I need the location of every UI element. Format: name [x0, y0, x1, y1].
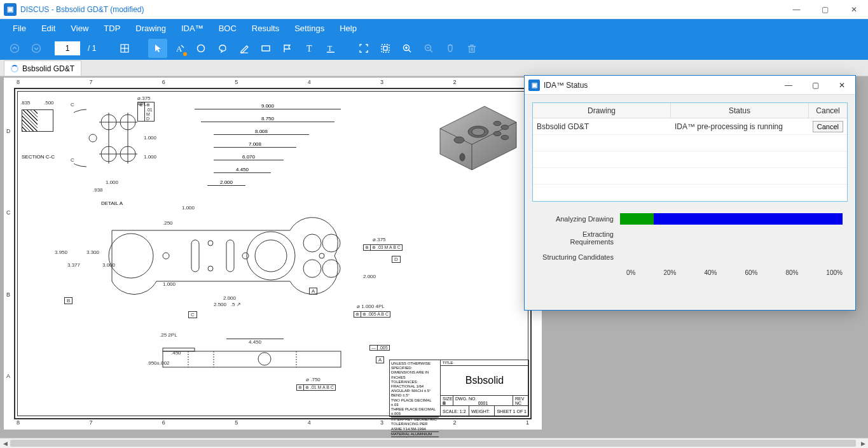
svg-point-57 [501, 136, 509, 140]
scrollbar-thumb[interactable] [10, 440, 856, 447]
svg-point-26 [89, 134, 97, 142]
menu-help[interactable]: Help [332, 19, 364, 37]
svg-rect-14 [383, 46, 387, 50]
ruler-top: 87654321 [17, 79, 529, 88]
grid-row-empty: . [533, 168, 847, 185]
svg-point-43 [208, 266, 213, 271]
page-total-label: / 1 [83, 44, 101, 53]
nav-down-button[interactable] [27, 39, 46, 58]
svg-point-54 [493, 122, 501, 126]
menu-file[interactable]: File [5, 19, 34, 37]
svg-point-32 [247, 232, 295, 280]
engineering-drawing: 87654321 87654321 DCBA .835 .500 SECTION… [4, 78, 542, 430]
dialog-titlebar[interactable]: ▣ IDA™ Status — ▢ ✕ [525, 76, 855, 95]
zoom-fit-button[interactable] [354, 39, 373, 58]
svg-point-56 [493, 132, 501, 136]
scroll-left-arrow-icon[interactable]: ◀ [0, 438, 10, 449]
svg-point-40 [163, 253, 169, 259]
front-view [67, 211, 373, 300]
circle-tool-button[interactable] [191, 39, 210, 58]
progress-axis: 0% 20% 40% 60% 80% 100% [626, 269, 843, 276]
menu-ida[interactable]: IDA™ [174, 19, 211, 37]
progress-label-analyzing: Analyzing Drawing [537, 215, 620, 223]
menu-results[interactable]: Results [244, 19, 287, 37]
zoom-region-button[interactable] [376, 39, 395, 58]
flag-tool-button[interactable] [278, 39, 297, 58]
menu-drawing[interactable]: Drawing [128, 19, 174, 37]
grid-header-drawing[interactable]: Drawing [533, 103, 671, 118]
loading-spinner-icon [11, 65, 18, 73]
detail-a-view: ⌀.375 4PL ⊕⊕ .01 M D C C 1.000 1.000 [74, 97, 150, 206]
window-close-button[interactable]: ✕ [839, 0, 868, 19]
svg-line-20 [431, 50, 433, 53]
svg-line-16 [409, 50, 411, 53]
grid-row-empty: . [533, 151, 847, 168]
top-dimension-stack: 9.000 8.750 8.008 7.008 6.070 4.450 2.00… [195, 103, 347, 192]
progress-area: Analyzing Drawing Extracting Requirement… [537, 209, 843, 276]
progress-bar-analyzing [620, 213, 843, 225]
text-tool-button[interactable]: T [300, 39, 319, 58]
annotation-indicator-icon [183, 52, 187, 56]
svg-rect-39 [226, 240, 234, 272]
progress-label-structuring: Structuring Candidates [537, 253, 620, 261]
progress-bar-extracting [620, 232, 843, 244]
window-minimize-button[interactable]: — [782, 0, 811, 19]
grid-tool-button[interactable] [115, 39, 134, 58]
pointer-tool-button[interactable] [148, 39, 167, 58]
text-highlight-tool-button[interactable]: T [321, 39, 340, 58]
svg-point-1 [32, 45, 41, 53]
svg-rect-9 [262, 46, 270, 51]
svg-point-33 [255, 240, 287, 272]
svg-point-34 [303, 234, 321, 252]
section-cc-view: .835 .500 SECTION C-C [22, 103, 55, 160]
svg-point-36 [303, 260, 321, 277]
delete-button[interactable] [462, 39, 481, 58]
svg-point-41 [242, 253, 249, 259]
svg-point-47 [258, 353, 271, 365]
ruler-bottom: 87654321 [17, 419, 529, 428]
grid-header-cancel[interactable]: Cancel [809, 103, 847, 118]
svg-point-35 [322, 234, 340, 252]
status-grid: Drawing Status Cancel Bsbsolid GD&T IDA™… [532, 102, 848, 202]
horizontal-scrollbar[interactable]: ◀ ▶ [0, 438, 868, 448]
document-tab[interactable]: Bsbsolid GD&T [4, 60, 81, 76]
svg-text:T: T [327, 44, 333, 53]
grid-header-row: Drawing Status Cancel [533, 103, 847, 118]
svg-point-0 [11, 45, 19, 53]
svg-point-58 [460, 153, 465, 161]
tab-label: Bsbsolid GD&T [22, 64, 74, 73]
text-annotation-tool-button[interactable]: A [170, 39, 189, 58]
pen-tool-button[interactable] [235, 39, 254, 58]
app-titlebar: ▣ DISCUS - Bsbsolid GD&T (modified) — ▢ … [0, 0, 868, 19]
zoom-in-button[interactable] [397, 39, 417, 58]
svg-point-44 [319, 253, 324, 258]
menu-boc[interactable]: BOC [211, 19, 244, 37]
dialog-minimize-button[interactable]: — [775, 76, 802, 95]
nav-up-button[interactable] [5, 39, 24, 58]
svg-point-55 [501, 125, 509, 130]
ida-status-dialog: ▣ IDA™ Status — ▢ ✕ Drawing Status Cance… [524, 75, 856, 311]
grid-cell-status: IDA™ pre-processing is running [671, 122, 809, 131]
dialog-maximize-button[interactable]: ▢ [802, 76, 829, 95]
progress-label-extracting: Extracting Requirements [537, 230, 620, 246]
dialog-close-button[interactable]: ✕ [829, 76, 855, 95]
scroll-right-arrow-icon[interactable]: ▶ [858, 438, 868, 449]
grid-header-status[interactable]: Status [671, 103, 809, 118]
drawing-sheet[interactable]: 87654321 87654321 DCBA .835 .500 SECTION… [4, 78, 542, 430]
zoom-out-button[interactable] [419, 39, 438, 58]
svg-rect-45 [163, 351, 341, 367]
menu-tdp[interactable]: TDP [96, 19, 128, 37]
pan-tool-button[interactable] [441, 39, 460, 58]
menu-view[interactable]: View [63, 19, 96, 37]
window-maximize-button[interactable]: ▢ [811, 0, 839, 19]
page-number-input[interactable] [55, 41, 80, 55]
menu-settings[interactable]: Settings [287, 19, 332, 37]
menubar: File Edit View TDP Drawing IDA™ BOC Resu… [0, 19, 868, 37]
grid-row: Bsbsolid GD&T IDA™ pre-processing is run… [533, 118, 847, 135]
svg-point-7 [198, 45, 205, 52]
rectangle-tool-button[interactable] [256, 39, 275, 58]
menu-edit[interactable]: Edit [34, 19, 63, 37]
lasso-tool-button[interactable] [213, 39, 232, 58]
cancel-processing-button[interactable]: Cancel [813, 121, 843, 132]
drawing-titleblock: UNLESS OTHERWISE SPECIFIED: DIMENSIONS A… [389, 360, 529, 417]
